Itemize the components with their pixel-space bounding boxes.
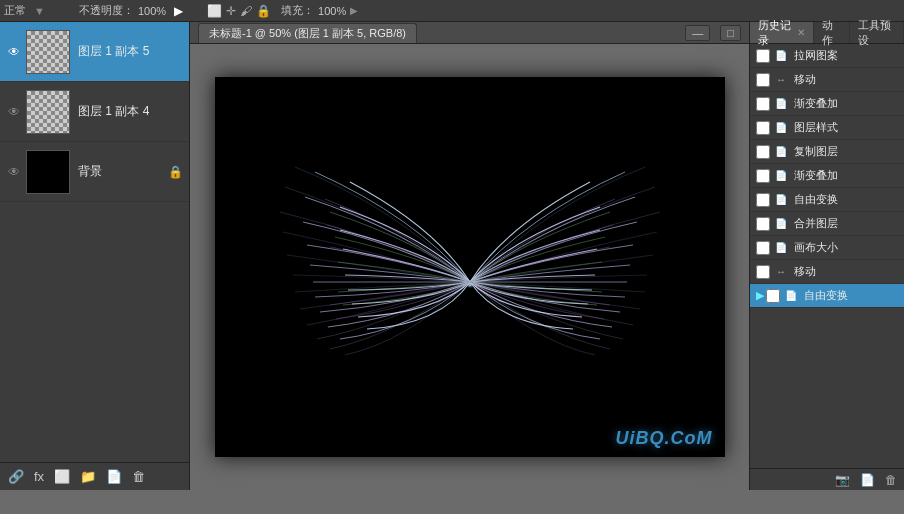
history-item[interactable]: 📄 渐变叠加	[750, 164, 904, 188]
history-checkbox[interactable]	[756, 121, 770, 135]
layer-name: 图层 1 副本 4	[78, 103, 183, 120]
link-layers-button[interactable]: 🔗	[6, 467, 26, 486]
doc-icon: 📄	[774, 97, 788, 111]
history-item[interactable]: ↔ 移动	[750, 260, 904, 284]
create-snapshot-button[interactable]: 📷	[832, 472, 853, 488]
new-doc-from-state-button[interactable]: 📄	[857, 472, 878, 488]
history-checkbox[interactable]	[756, 169, 770, 183]
history-item-label: 移动	[794, 72, 816, 87]
layer-item[interactable]: 👁 图层 1 副本 4	[0, 82, 189, 142]
wings-svg	[215, 77, 725, 457]
lock-pos-icon: ✛	[226, 4, 236, 18]
opacity-label: 不透明度：	[79, 3, 134, 18]
tab-actions[interactable]: 动作	[814, 22, 850, 43]
history-tabs-bar: 历史记录 ✕ 动作 工具预设	[750, 22, 904, 44]
canvas-image: UiBQ.CoM	[215, 77, 725, 457]
history-item-label: 渐变叠加	[794, 96, 838, 111]
watermark: UiBQ.CoM	[616, 428, 713, 449]
blend-mode-label: 正常	[4, 3, 26, 18]
history-checkbox[interactable]	[756, 265, 770, 279]
history-checkbox[interactable]	[756, 73, 770, 87]
add-mask-button[interactable]: ⬜	[52, 467, 72, 486]
layer-thumbnail	[26, 90, 70, 134]
layer-visibility-icon[interactable]: 👁	[6, 164, 22, 180]
history-item-active[interactable]: ▶ 📄 自由变换	[750, 284, 904, 308]
lock-icon: 🔒	[168, 165, 183, 179]
doc-icon: 📄	[774, 193, 788, 207]
history-item-label: 复制图层	[794, 144, 838, 159]
history-checkbox[interactable]	[756, 49, 770, 63]
doc-icon: 📄	[774, 217, 788, 231]
layer-lock-icons: ⬜ ✛ 🖌 🔒	[207, 4, 271, 18]
add-style-button[interactable]: fx	[32, 467, 46, 486]
layer-name: 图层 1 副本 5	[78, 43, 183, 60]
history-item[interactable]: 📄 渐变叠加	[750, 92, 904, 116]
history-checkbox[interactable]	[766, 289, 780, 303]
fill-value: 100%	[318, 5, 346, 17]
history-item-label: 渐变叠加	[794, 168, 838, 183]
lock-pixel-icon: 🖌	[240, 4, 252, 18]
doc-icon: 📄	[774, 49, 788, 63]
move-icon: ↔	[774, 265, 788, 279]
delete-layer-button[interactable]: 🗑	[130, 467, 147, 486]
maximize-button[interactable]: □	[720, 25, 741, 41]
history-panel: 历史记录 ✕ 动作 工具预设 📄 拉网图案 ↔ 移动	[749, 22, 904, 490]
opacity-value: 100%	[138, 5, 166, 17]
layer-item[interactable]: 👁 背景 🔒	[0, 142, 189, 202]
canvas-scroll-area[interactable]: UiBQ.CoM	[190, 44, 749, 490]
layer-thumbnail	[26, 150, 70, 194]
fill-arrow: ▶	[350, 5, 358, 16]
history-item[interactable]: 📄 拉网图案	[750, 44, 904, 68]
minimize-button[interactable]: —	[685, 25, 710, 41]
layer-visibility-icon[interactable]: 👁	[6, 104, 22, 120]
history-list: 📄 拉网图案 ↔ 移动 📄 渐变叠加 📄 图层样式 📄	[750, 44, 904, 468]
move-icon: ↔	[774, 73, 788, 87]
history-item[interactable]: 📄 画布大小	[750, 236, 904, 260]
doc-icon: 📄	[774, 121, 788, 135]
canvas-tab[interactable]: 未标题-1 @ 50% (图层 1 副本 5, RGB/8)	[198, 23, 417, 43]
history-item[interactable]: 📄 合并图层	[750, 212, 904, 236]
history-item-label: 自由变换	[804, 288, 848, 303]
history-cursor-icon: ▶	[756, 289, 764, 302]
doc-icon: 📄	[774, 241, 788, 255]
history-item-label: 图层样式	[794, 120, 838, 135]
new-layer-button[interactable]: 📄	[104, 467, 124, 486]
history-checkbox[interactable]	[756, 97, 770, 111]
svg-point-2	[448, 269, 492, 299]
tab-tool-presets[interactable]: 工具预设	[850, 22, 904, 43]
history-bottom-bar: 📷 📄 🗑	[750, 468, 904, 490]
history-item[interactable]: 📄 图层样式	[750, 116, 904, 140]
layers-list: 👁 图层 1 副本 5 👁 图层 1 副本 4 👁 背景	[0, 22, 189, 462]
blend-arrow: ▼	[34, 5, 45, 17]
layer-visibility-icon[interactable]: 👁	[6, 44, 22, 60]
canvas-titlebar: 未标题-1 @ 50% (图层 1 副本 5, RGB/8) — □	[190, 22, 749, 44]
delete-state-button[interactable]: 🗑	[882, 472, 900, 488]
history-item-label: 拉网图案	[794, 48, 838, 63]
lock-icon: 🔒	[256, 4, 271, 18]
layer-name: 背景	[78, 163, 164, 180]
layer-item[interactable]: 👁 图层 1 副本 5	[0, 22, 189, 82]
canvas-area: 未标题-1 @ 50% (图层 1 副本 5, RGB/8) — □	[190, 22, 749, 490]
fill-label: 填充：	[281, 3, 314, 18]
tab-history[interactable]: 历史记录 ✕	[750, 22, 814, 43]
history-item[interactable]: ↔ 移动	[750, 68, 904, 92]
history-checkbox[interactable]	[756, 217, 770, 231]
layers-panel: 👁 图层 1 副本 5 👁 图层 1 副本 4 👁 背景	[0, 22, 190, 490]
close-icon[interactable]: ✕	[797, 27, 805, 38]
history-item[interactable]: 📄 复制图层	[750, 140, 904, 164]
history-item[interactable]: 📄 自由变换	[750, 188, 904, 212]
history-item-label: 自由变换	[794, 192, 838, 207]
history-checkbox[interactable]	[756, 193, 770, 207]
doc-icon: 📄	[784, 289, 798, 303]
layer-thumbnail	[26, 30, 70, 74]
svg-rect-0	[215, 77, 725, 457]
layers-tools: 🔗 fx ⬜ 📁 📄 🗑	[0, 462, 189, 490]
opacity-arrow: ▶	[174, 4, 183, 18]
history-item-label: 画布大小	[794, 240, 838, 255]
main-area: 👁 图层 1 副本 5 👁 图层 1 副本 4 👁 背景	[0, 22, 904, 490]
history-checkbox[interactable]	[756, 145, 770, 159]
new-group-button[interactable]: 📁	[78, 467, 98, 486]
doc-icon: 📄	[774, 145, 788, 159]
history-checkbox[interactable]	[756, 241, 770, 255]
lock-all-icon: ⬜	[207, 4, 222, 18]
